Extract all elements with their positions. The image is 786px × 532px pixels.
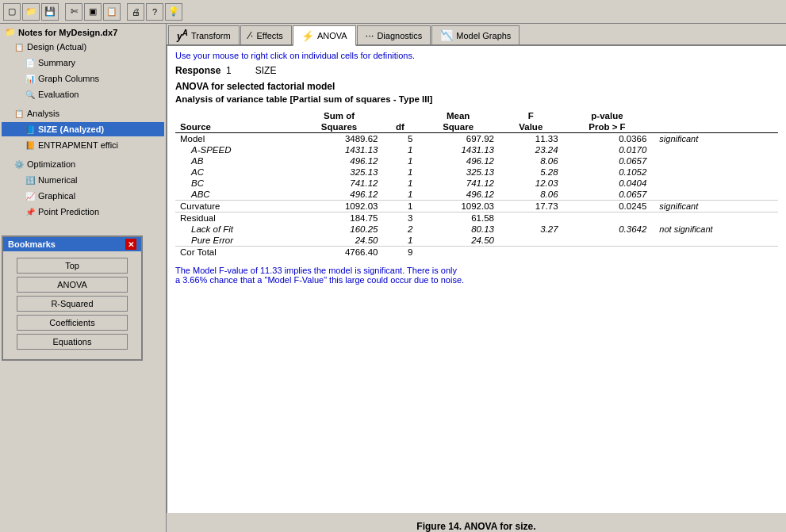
sidebar-item-summary[interactable]: 📄 Summary: [2, 55, 164, 70]
content-panel: Use your mouse to right click on individ…: [167, 46, 786, 513]
tab-diagnostics[interactable]: ··· Diagnostics: [357, 25, 431, 44]
cell-note: [651, 166, 778, 178]
sidebar-item-evaluation[interactable]: 🔍 Evaluation: [2, 87, 164, 101]
open-button[interactable]: 📁: [22, 3, 40, 21]
main-layout: 📁 Notes for MyDesign.dx7 📋 Design (Actua…: [0, 24, 786, 532]
tree-item-graphical[interactable]: 📈 Graphical: [2, 188, 164, 204]
bookmark-anova-button[interactable]: ANOVA: [17, 277, 128, 293]
cell-note: [651, 212, 778, 224]
tree-item-evaluation[interactable]: 🔍 Evaluation: [2, 86, 164, 102]
tree-item-numerical[interactable]: 🔢 Numerical: [2, 172, 164, 188]
anova-icon: ⚡: [301, 30, 314, 42]
tree-item-optimization[interactable]: ⚙️ Optimization: [2, 153, 164, 172]
bookmark-coefficients-button[interactable]: Coefficients: [17, 315, 128, 331]
sidebar-item-graphical[interactable]: 📈 Graphical: [2, 189, 164, 203]
cell-mean-sq: 496.12: [417, 155, 499, 166]
cell-df: 1: [383, 201, 418, 212]
sidebar-item-optimization[interactable]: ⚙️ Optimization: [2, 157, 164, 171]
optimization-icon: ⚙️: [13, 158, 25, 170]
size-icon: 📘: [24, 123, 36, 136]
bookmarks-close-button[interactable]: ✕: [125, 239, 136, 250]
graphical-icon: 📈: [24, 189, 36, 202]
response-name: SIZE: [255, 65, 277, 76]
cell-note: [651, 178, 778, 189]
cell-sum-sq: 741.12: [296, 178, 383, 189]
cell-p-value: 0.0657: [563, 189, 652, 201]
transform-icon: yA: [177, 29, 188, 42]
col-note-header: [651, 110, 778, 121]
cell-note: [651, 155, 778, 166]
sidebar-item-design-actual[interactable]: 📋 Design (Actual): [2, 40, 164, 54]
cell-note: significant: [651, 201, 778, 212]
cell-df: 1: [383, 235, 418, 247]
bookmark-top-button[interactable]: Top: [17, 258, 128, 274]
cell-df: 9: [383, 247, 418, 258]
sidebar-item-design-label: Design (Actual): [27, 42, 86, 52]
sidebar-item-graph-columns-label: Graph Columns: [38, 74, 99, 83]
sidebar-item-point-prediction[interactable]: 📌 Point Prediction: [2, 205, 164, 219]
tree-item-analysis[interactable]: 📋 Analysis: [2, 102, 164, 121]
tab-transform[interactable]: yA Transform: [168, 25, 240, 44]
cell-sum-sq: 3489.62: [296, 133, 383, 145]
cell-df: 1: [383, 155, 418, 166]
col-probf-header: Prob > F: [563, 121, 652, 133]
cell-sum-sq: 1431.13: [296, 144, 383, 155]
hint-text: Use your mouse to right click on individ…: [175, 51, 778, 60]
bookmark-equations-button[interactable]: Equations: [17, 334, 128, 350]
table-row: ABC496.121496.128.060.0657: [175, 189, 778, 201]
new-button[interactable]: ▢: [3, 3, 21, 21]
tree-item-point-prediction[interactable]: 📌 Point Prediction: [2, 204, 164, 220]
cell-mean-sq: 1092.03: [417, 201, 499, 212]
cell-source: Pure Error: [175, 235, 296, 247]
cell-f-value: 12.03: [499, 178, 563, 189]
cell-mean-sq: 325.13: [417, 166, 499, 178]
paste-button[interactable]: 📋: [103, 3, 121, 21]
cell-p-value: 0.0245: [563, 201, 652, 212]
anova-table: Sum of Mean F p-value Source Squares df …: [175, 110, 778, 258]
cell-df: 3: [383, 212, 418, 224]
save-button[interactable]: 💾: [41, 3, 59, 21]
cell-p-value: [563, 235, 652, 247]
table-row: Curvature1092.0311092.0317.730.0245signi…: [175, 201, 778, 212]
cell-source: BC: [175, 178, 296, 189]
content-area: yA Transform ∕· Effects ⚡ ANOVA ··· Diag…: [167, 24, 786, 532]
cell-f-value: 11.33: [499, 133, 563, 145]
tree-item-design[interactable]: 📋 Design (Actual): [2, 39, 164, 55]
model-graphs-icon: 📉: [440, 29, 453, 41]
tree-item-entrapment[interactable]: 📙 ENTRAPMENT effici: [2, 137, 164, 153]
cell-f-value: 8.06: [499, 189, 563, 201]
tab-anova[interactable]: ⚡ ANOVA: [293, 25, 356, 46]
cell-mean-sq: [417, 247, 499, 258]
tree-item-summary[interactable]: 📄 Summary: [2, 55, 164, 71]
sidebar-item-entrapment-label: ENTRAPMENT effici: [38, 140, 118, 150]
tree-item-size[interactable]: 📘 SIZE (Analyzed): [2, 121, 164, 137]
cell-source: Model: [175, 133, 296, 145]
footer-line-2: a 3.66% chance that a "Model F-Value" th…: [175, 275, 778, 285]
graph-columns-icon: 📊: [24, 72, 36, 85]
sidebar-item-numerical[interactable]: 🔢 Numerical: [2, 173, 164, 187]
tab-effects[interactable]: ∕· Effects: [240, 25, 292, 44]
sidebar-item-size-analyzed[interactable]: 📘 SIZE (Analyzed): [2, 122, 164, 136]
sidebar-item-entrapment[interactable]: 📙 ENTRAPMENT effici: [2, 138, 164, 152]
cell-p-value: 0.0366: [563, 133, 652, 145]
tab-model-graphs[interactable]: 📉 Model Graphs: [431, 25, 520, 44]
sidebar-item-graph-columns[interactable]: 📊 Graph Columns: [2, 71, 164, 86]
print-button[interactable]: 🖨: [127, 3, 144, 21]
bulb-button[interactable]: 💡: [165, 3, 182, 21]
cell-mean-sq: 741.12: [417, 178, 499, 189]
cut-button[interactable]: ✄: [65, 3, 82, 21]
cell-p-value: [563, 247, 652, 258]
tree-item-graph-columns[interactable]: 📊 Graph Columns: [2, 71, 164, 86]
sidebar-item-optimization-label: Optimization: [27, 159, 75, 169]
table-row: Model3489.625697.9211.330.0366significan…: [175, 133, 778, 145]
sidebar-item-analysis[interactable]: 📋 Analysis: [2, 106, 164, 121]
cell-source: Lack of Fit: [175, 224, 296, 235]
help-button[interactable]: ?: [146, 3, 163, 21]
table-row: Pure Error24.50124.50: [175, 235, 778, 247]
bookmark-rsquared-button[interactable]: R-Squared: [17, 296, 128, 312]
effects-icon: ∕·: [249, 29, 254, 41]
copy-button[interactable]: ▣: [84, 3, 102, 21]
cell-sum-sq: 24.50: [296, 235, 383, 247]
table-row: Lack of Fit160.25280.133.270.3642not sig…: [175, 224, 778, 235]
table-row: AB496.121496.128.060.0657: [175, 155, 778, 166]
